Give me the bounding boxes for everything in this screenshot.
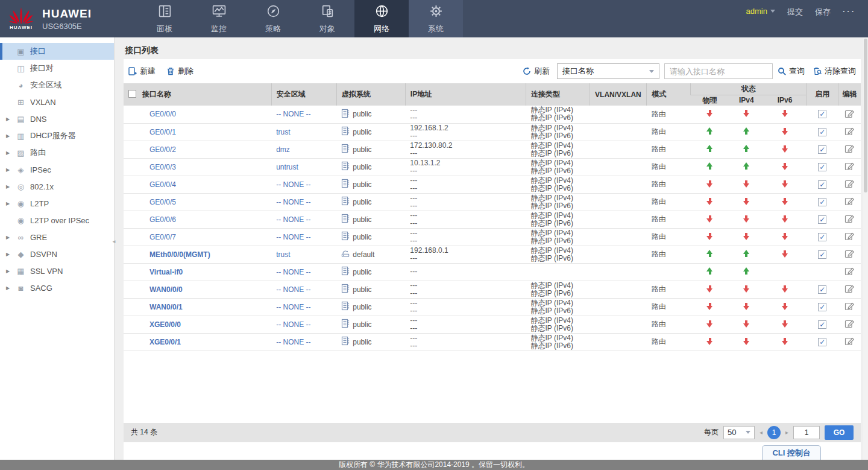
query-button[interactable]: 查询 <box>778 66 805 77</box>
user-menu[interactable]: admin <box>746 7 775 16</box>
sidebar-item-l2tp-over-ipsec[interactable]: ◉L2TP over IPSec <box>0 212 114 229</box>
nav-tab-system[interactable]: 系统 <box>409 0 463 37</box>
enable-checkbox[interactable]: ✓ <box>818 250 826 259</box>
scrollbar-thumb[interactable] <box>864 39 867 192</box>
zone-link[interactable]: -- NONE -- <box>276 198 310 206</box>
zone-link[interactable]: dmz <box>276 145 290 154</box>
interface-name-link[interactable]: GE0/0/5 <box>149 198 176 206</box>
sidebar-item-security-zone[interactable]: ◕安全区域 <box>0 77 114 94</box>
select-all-checkbox[interactable] <box>128 90 136 98</box>
expand-arrow-icon[interactable]: ▶ <box>0 268 16 274</box>
zone-link[interactable]: -- NONE -- <box>276 303 310 311</box>
sidebar-item-dsvpn[interactable]: ▶◆DSVPN <box>0 246 114 262</box>
enable-checkbox[interactable]: ✓ <box>818 215 826 224</box>
nav-tab-network[interactable]: 网络 <box>354 0 409 37</box>
edit-icon[interactable] <box>844 179 854 188</box>
zone-link[interactable]: -- NONE -- <box>276 233 310 241</box>
sidebar-item-ipsec[interactable]: ▶◈IPSec <box>0 161 114 178</box>
interface-name-link[interactable]: Virtual-if0 <box>149 268 183 276</box>
enable-checkbox[interactable]: ✓ <box>818 145 826 154</box>
nav-tab-monitor[interactable]: 监控 <box>192 0 246 37</box>
sidebar-item-8021x[interactable]: ▶◎802.1x <box>0 178 114 195</box>
sidebar-item-l2tp[interactable]: ▶◉L2TP <box>0 195 114 212</box>
expand-arrow-icon[interactable]: ▶ <box>0 235 16 240</box>
edit-icon[interactable] <box>844 214 854 223</box>
nav-tab-policy[interactable]: 策略 <box>246 0 300 37</box>
sidebar-item-vxlan[interactable]: ⊞VXLAN <box>0 94 114 110</box>
expand-arrow-icon[interactable]: ▶ <box>0 201 16 206</box>
interface-name-link[interactable]: GE0/0/1 <box>149 128 176 136</box>
zone-link[interactable]: trust <box>276 250 290 259</box>
search-input[interactable] <box>664 63 773 79</box>
zone-link[interactable]: untrust <box>276 163 298 171</box>
zone-link[interactable]: trust <box>276 128 290 136</box>
more-menu-button[interactable]: ··· <box>843 7 856 16</box>
expand-arrow-icon[interactable]: ▶ <box>0 252 16 257</box>
edit-icon[interactable] <box>844 301 854 311</box>
zone-link[interactable]: -- NONE -- <box>276 180 310 189</box>
cli-console-button[interactable]: CLI 控制台 <box>762 445 821 460</box>
vertical-scrollbar[interactable] <box>863 37 868 460</box>
filter-field-select[interactable]: 接口名称 <box>557 63 659 79</box>
interface-name-link[interactable]: GE0/0/4 <box>149 180 176 189</box>
sidebar-item-dns[interactable]: ▶▤DNS <box>0 110 114 127</box>
edit-icon[interactable] <box>844 249 854 258</box>
edit-icon[interactable] <box>844 144 854 153</box>
edit-icon[interactable] <box>844 126 854 136</box>
interface-name-link[interactable]: GE0/0/2 <box>149 145 176 154</box>
expand-arrow-icon[interactable]: ▶ <box>0 116 16 122</box>
enable-checkbox[interactable]: ✓ <box>818 198 826 206</box>
enable-checkbox[interactable]: ✓ <box>818 338 826 346</box>
interface-name-link[interactable]: GE0/0/0 <box>149 110 176 118</box>
save-button[interactable]: 保存 <box>815 7 831 17</box>
prev-page-button[interactable]: ◂ <box>760 429 763 436</box>
edit-icon[interactable] <box>844 336 854 346</box>
enable-checkbox[interactable]: ✓ <box>818 233 826 241</box>
next-page-button[interactable]: ▸ <box>785 429 788 436</box>
enable-checkbox[interactable]: ✓ <box>818 303 826 311</box>
refresh-button[interactable]: 刷新 <box>523 66 550 77</box>
interface-name-link[interactable]: GE0/0/7 <box>149 233 176 241</box>
sidebar-item-ssl-vpn[interactable]: ▶▦SSL VPN <box>0 262 114 279</box>
sidebar-item-gre[interactable]: ▶∞GRE <box>0 229 114 246</box>
nav-tab-object[interactable]: 对象 <box>300 0 354 37</box>
zone-link[interactable]: -- NONE -- <box>276 338 310 346</box>
edit-icon[interactable] <box>844 266 854 276</box>
enable-checkbox[interactable]: ✓ <box>818 163 826 171</box>
nav-tab-dashboard[interactable]: 面板 <box>137 0 192 37</box>
interface-name-link[interactable]: WAN0/0/1 <box>149 303 183 311</box>
enable-checkbox[interactable]: ✓ <box>818 110 826 118</box>
sidebar-item-dhcp-server[interactable]: ▶▥DHCP服务器 <box>0 127 114 144</box>
edit-icon[interactable] <box>844 196 854 206</box>
zone-link[interactable]: -- NONE -- <box>276 268 310 276</box>
sidebar-item-interface-pair[interactable]: ◫接口对 <box>0 60 114 77</box>
new-button[interactable]: 新建 <box>128 66 156 77</box>
current-page-button[interactable]: 1 <box>767 426 781 439</box>
expand-arrow-icon[interactable]: ▶ <box>0 167 16 173</box>
enable-checkbox[interactable]: ✓ <box>818 180 826 189</box>
clear-query-button[interactable]: 清除查询 <box>813 66 856 77</box>
sidebar-item-route[interactable]: ▶▨路由 <box>0 144 114 161</box>
zone-link[interactable]: -- NONE -- <box>276 215 310 224</box>
delete-button[interactable]: 删除 <box>166 66 193 77</box>
interface-name-link[interactable]: GE0/0/3 <box>149 163 176 171</box>
edit-icon[interactable] <box>844 231 854 241</box>
zone-link[interactable]: -- NONE -- <box>276 320 310 329</box>
expand-arrow-icon[interactable]: ▶ <box>0 184 16 189</box>
interface-name-link[interactable]: XGE0/0/0 <box>149 320 181 329</box>
sidebar-item-interface[interactable]: ▣接口 <box>0 43 114 60</box>
expand-arrow-icon[interactable]: ▶ <box>0 150 16 156</box>
zone-link[interactable]: -- NONE -- <box>276 285 310 294</box>
enable-checkbox[interactable]: ✓ <box>818 128 826 136</box>
interface-name-link[interactable]: XGE0/0/1 <box>149 338 181 346</box>
sidebar-item-sacg[interactable]: ▶◙SACG <box>0 279 114 296</box>
interface-name-link[interactable]: MEth0/0/0(MGMT) <box>149 250 210 259</box>
edit-icon[interactable] <box>844 319 854 328</box>
sidebar-collapse-handle[interactable]: ◄ <box>111 229 117 253</box>
interface-name-link[interactable]: GE0/0/6 <box>149 215 176 224</box>
enable-checkbox[interactable]: ✓ <box>818 285 826 294</box>
enable-checkbox[interactable]: ✓ <box>818 320 826 329</box>
edit-icon[interactable] <box>844 161 854 171</box>
interface-name-link[interactable]: WAN0/0/0 <box>149 285 183 294</box>
edit-icon[interactable] <box>844 284 854 293</box>
